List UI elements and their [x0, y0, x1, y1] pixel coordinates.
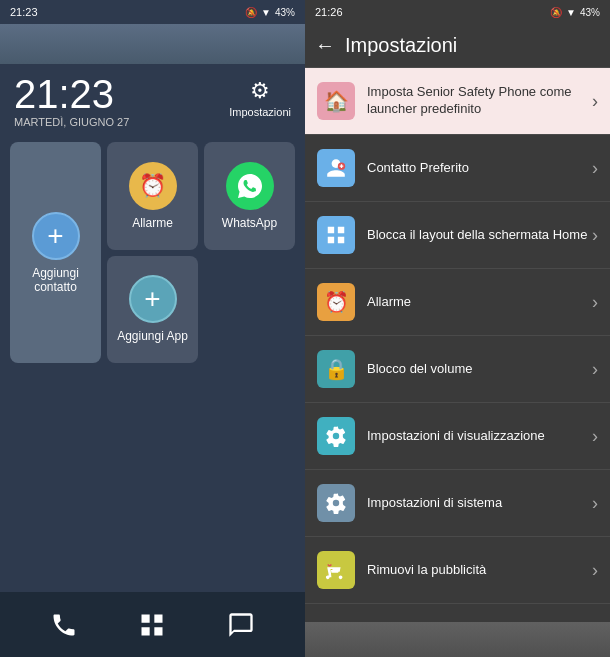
display-settings-label: Impostazioni di visualizzazione: [367, 428, 592, 445]
add-contact-label: Aggiungi contatto: [16, 266, 95, 294]
status-icons-left: 🔕 ▼ 43%: [245, 7, 295, 18]
empty-space: [0, 371, 305, 592]
bottom-blur-right: [305, 622, 610, 657]
wifi-icon-right: ▼: [566, 7, 576, 18]
settings-item-display[interactable]: Impostazioni di visualizzazione ›: [305, 403, 610, 470]
settings-item-volume-lock[interactable]: 🔒 Blocco del volume ›: [305, 336, 610, 403]
nav-grid-button[interactable]: [127, 600, 177, 650]
settings-title: Impostazioni: [345, 34, 457, 57]
gear-icon: ⚙: [250, 78, 270, 104]
block-layout-label: Blocca il layout della schermata Home: [367, 227, 592, 244]
alarm-icon: ⏰: [129, 162, 177, 210]
add-app-icon: +: [129, 275, 177, 323]
wifi-icon: ▼: [261, 7, 271, 18]
system-settings-icon: [317, 484, 355, 522]
status-time-left: 21:23: [10, 6, 38, 18]
clock-area: 21:23 MARTEDÌ, GIUGNO 27 ⚙ Impostazioni: [0, 64, 305, 134]
home-icon: 🏠: [317, 82, 355, 120]
settings-item-block-layout[interactable]: Blocca il layout della schermata Home ›: [305, 202, 610, 269]
mute-icon: 🔕: [245, 7, 257, 18]
battery-left: 43%: [275, 7, 295, 18]
app-tile-add-app[interactable]: + Aggiungi App: [107, 256, 198, 364]
contact-icon: [317, 149, 355, 187]
chevron-icon-6: ›: [592, 493, 598, 514]
chevron-icon-2: ›: [592, 225, 598, 246]
settings-item-preferred-contact[interactable]: Contatto Preferito ›: [305, 135, 610, 202]
settings-header: ← Impostazioni: [305, 24, 610, 68]
whatsapp-icon: [226, 162, 274, 210]
app-tile-whatsapp[interactable]: WhatsApp: [204, 142, 295, 250]
system-settings-label: Impostazioni di sistema: [367, 495, 592, 512]
settings-item-set-launcher[interactable]: 🏠 Imposta Senior Safety Phone come launc…: [305, 68, 610, 135]
whatsapp-label: WhatsApp: [222, 216, 277, 230]
set-launcher-label: Imposta Senior Safety Phone come launche…: [367, 84, 592, 118]
volume-lock-icon: 🔒: [317, 350, 355, 388]
grid-lock-icon: [317, 216, 355, 254]
app-tile-alarm[interactable]: ⏰ Allarme: [107, 142, 198, 250]
mute-icon-right: 🔕: [550, 7, 562, 18]
status-time-right: 21:26: [315, 6, 343, 18]
alarm-settings-icon: ⏰: [317, 283, 355, 321]
chevron-icon-5: ›: [592, 426, 598, 447]
remove-ads-label: Rimuovi la pubblicità: [367, 562, 592, 579]
clock-text: 21:23 MARTEDÌ, GIUGNO 27: [14, 74, 129, 128]
settings-label: Impostazioni: [229, 106, 291, 118]
remove-ads-icon: [317, 551, 355, 589]
display-settings-icon: [317, 417, 355, 455]
volume-lock-label: Blocco del volume: [367, 361, 592, 378]
settings-list: 🏠 Imposta Senior Safety Phone come launc…: [305, 68, 610, 622]
back-button[interactable]: ←: [315, 34, 335, 57]
apps-grid: + Aggiungi contatto ⏰ Allarme WhatsApp +…: [0, 134, 305, 371]
bottom-nav: [0, 592, 305, 657]
status-bar-right: 21:26 🔕 ▼ 43%: [305, 0, 610, 24]
right-panel: 21:26 🔕 ▼ 43% ← Impostazioni 🏠 Imposta S…: [305, 0, 610, 657]
nav-chat-button[interactable]: [216, 600, 266, 650]
status-icons-right: 🔕 ▼ 43%: [550, 7, 600, 18]
add-app-label: Aggiungi App: [117, 329, 188, 343]
alarm-settings-label: Allarme: [367, 294, 592, 311]
clock-date: MARTEDÌ, GIUGNO 27: [14, 116, 129, 128]
app-tile-add-contact[interactable]: + Aggiungi contatto: [10, 142, 101, 363]
chevron-icon-0: ›: [592, 91, 598, 112]
top-blur-left: [0, 24, 305, 64]
left-panel: 21:23 🔕 ▼ 43% 21:23 MARTEDÌ, GIUGNO 27 ⚙…: [0, 0, 305, 657]
add-contact-icon: +: [32, 212, 80, 260]
battery-right: 43%: [580, 7, 600, 18]
alarm-label: Allarme: [132, 216, 173, 230]
chevron-icon-3: ›: [592, 292, 598, 313]
chevron-icon-1: ›: [592, 158, 598, 179]
settings-item-alarm[interactable]: ⏰ Allarme ›: [305, 269, 610, 336]
settings-button-left[interactable]: ⚙ Impostazioni: [229, 78, 291, 118]
settings-item-system[interactable]: Impostazioni di sistema ›: [305, 470, 610, 537]
chevron-icon-4: ›: [592, 359, 598, 380]
chevron-icon-7: ›: [592, 560, 598, 581]
clock-time: 21:23: [14, 74, 129, 114]
status-bar-left: 21:23 🔕 ▼ 43%: [0, 0, 305, 24]
preferred-contact-label: Contatto Preferito: [367, 160, 592, 177]
nav-phone-button[interactable]: [39, 600, 89, 650]
settings-item-remove-ads[interactable]: Rimuovi la pubblicità ›: [305, 537, 610, 604]
